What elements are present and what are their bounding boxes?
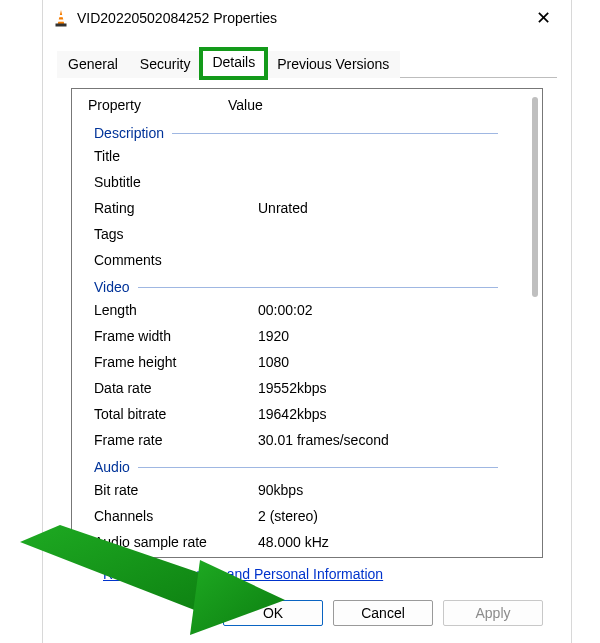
row-frame-width[interactable]: Frame width 1920 [72,323,542,349]
value-channels: 2 (stereo) [258,505,536,527]
row-total-bitrate[interactable]: Total bitrate 19642kbps [72,401,542,427]
label-channels: Channels [88,505,258,527]
svg-rect-3 [56,24,67,27]
label-data-rate: Data rate [88,377,258,399]
tabs: General Security Details Previous Versio… [43,40,571,77]
tab-security[interactable]: Security [129,51,202,78]
value-audio-sample-rate: 48.000 kHz [258,531,536,553]
group-video: Video [72,273,542,297]
label-tags: Tags [88,223,258,245]
value-total-bitrate: 19642kbps [258,403,536,425]
label-title: Title [88,145,258,167]
table-header: Property Value [72,89,542,119]
value-frame-rate: 30.01 frames/second [258,429,536,451]
tab-details[interactable]: Details [201,49,266,78]
value-rating: Unrated [258,197,536,219]
label-subtitle: Subtitle [88,171,258,193]
tab-general[interactable]: General [57,51,129,78]
row-title[interactable]: Title [72,143,542,169]
row-frame-height[interactable]: Frame height 1080 [72,349,542,375]
label-audio-sample-rate: Audio sample rate [88,531,258,553]
group-title-audio: Audio [94,459,130,475]
row-comments[interactable]: Comments [72,247,542,273]
group-rule [138,287,498,288]
group-rule [172,133,498,134]
label-bit-rate: Bit rate [88,479,258,501]
tab-previous-versions[interactable]: Previous Versions [266,51,400,78]
svg-rect-1 [58,15,63,17]
title-bar: VID20220502084252 Properties ✕ [43,0,571,36]
value-bit-rate: 90kbps [258,479,536,501]
close-icon[interactable]: ✕ [523,7,563,29]
row-bit-rate[interactable]: Bit rate 90kbps [72,477,542,503]
ok-button[interactable]: OK [223,600,323,626]
label-frame-width: Frame width [88,325,258,347]
group-title-description: Description [94,125,164,141]
svg-rect-2 [58,20,65,22]
value-subtitle [258,171,536,193]
row-tags[interactable]: Tags [72,221,542,247]
value-data-rate: 19552kbps [258,377,536,399]
value-tags [258,223,536,245]
col-header-property: Property [88,97,228,113]
label-length: Length [88,299,258,321]
row-audio-sample-rate[interactable]: Audio sample rate 48.000 kHz [72,529,542,555]
details-panel: Property Value Description Title Subtitl… [71,88,543,558]
row-channels[interactable]: Channels 2 (stereo) [72,503,542,529]
scrollbar-thumb[interactable] [532,97,538,297]
svg-marker-0 [58,10,65,25]
row-data-rate[interactable]: Data rate 19552kbps [72,375,542,401]
col-header-value: Value [228,97,536,113]
apply-button[interactable]: Apply [443,600,543,626]
group-title-video: Video [94,279,130,295]
value-title [258,145,536,167]
window-title: VID20220502084252 Properties [77,10,523,26]
row-subtitle[interactable]: Subtitle [72,169,542,195]
label-rating: Rating [88,197,258,219]
group-rule [138,467,498,468]
value-length: 00:00:02 [258,299,536,321]
button-bar: OK Cancel Apply [43,582,571,626]
vlc-cone-icon [53,9,69,27]
label-comments: Comments [88,249,258,271]
row-frame-rate[interactable]: Frame rate 30.01 frames/second [72,427,542,453]
properties-dialog: VID20220502084252 Properties ✕ General S… [42,0,572,643]
label-frame-height: Frame height [88,351,258,373]
remove-properties-link[interactable]: Remove Properties and Personal Informati… [103,566,543,582]
value-comments [258,249,536,271]
label-frame-rate: Frame rate [88,429,258,451]
value-frame-width: 1920 [258,325,536,347]
row-length[interactable]: Length 00:00:02 [72,297,542,323]
group-description: Description [72,119,542,143]
value-frame-height: 1080 [258,351,536,373]
row-rating[interactable]: Rating Unrated [72,195,542,221]
cancel-button[interactable]: Cancel [333,600,433,626]
label-total-bitrate: Total bitrate [88,403,258,425]
group-audio: Audio [72,453,542,477]
